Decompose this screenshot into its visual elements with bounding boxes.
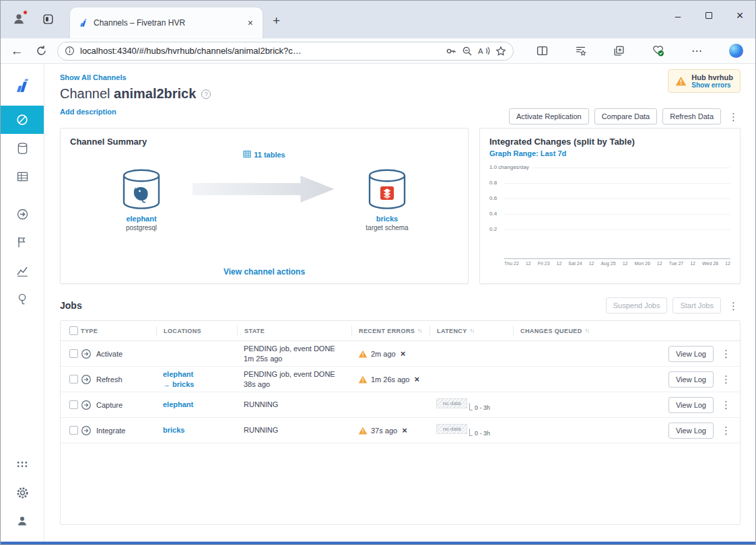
activate-replication-button[interactable]: Activate Replication <box>509 108 589 124</box>
chart-series <box>489 245 730 259</box>
row-kebab-icon[interactable]: ⋮ <box>719 425 733 435</box>
compare-data-button[interactable]: Compare Data <box>594 108 658 124</box>
tab-title: Channels – Fivetran HVR <box>94 18 240 28</box>
more-options-icon[interactable]: ⋯ <box>691 44 702 57</box>
browser-window: Channels – Fivetran HVR × + – × ← localh… <box>0 0 756 545</box>
sidebar-item-statistics[interactable] <box>1 256 44 285</box>
add-description-link[interactable]: Add description <box>60 108 116 116</box>
profile-avatar[interactable] <box>10 10 28 28</box>
favorite-star-icon[interactable] <box>495 46 506 57</box>
refresh-data-button[interactable]: Refresh Data <box>662 108 721 124</box>
sidebar-item-locations[interactable] <box>1 134 44 162</box>
address-bar[interactable]: localhost:4340/#/hubs/hvrhub/channels/an… <box>57 42 514 61</box>
maximize-icon <box>706 12 712 19</box>
browser-essentials-icon[interactable] <box>652 45 664 57</box>
start-jobs-button[interactable]: Start Jobs <box>673 297 721 314</box>
site-info-icon[interactable] <box>65 46 75 56</box>
table-icon <box>15 170 30 184</box>
view-log-button[interactable]: View Log <box>668 397 714 413</box>
copilot-icon[interactable] <box>729 44 743 58</box>
job-locations[interactable]: elephant <box>156 400 237 410</box>
new-tab-button[interactable]: + <box>273 14 280 27</box>
error-time-label: 37s ago <box>371 427 397 435</box>
summary-title: Channel Summary <box>70 137 458 147</box>
show-all-channels-link[interactable]: Show All Channels <box>60 73 127 81</box>
maximize-button[interactable] <box>693 1 724 30</box>
target-name-link[interactable]: bricks <box>376 215 398 223</box>
x-tick-label: 12 <box>657 261 662 266</box>
source-type-label: postgresql <box>126 224 157 231</box>
dismiss-error-icon[interactable]: × <box>414 374 419 384</box>
workspaces-icon[interactable] <box>42 13 54 25</box>
y-tick-label: 0.2 <box>489 226 500 232</box>
minimize-button[interactable]: – <box>662 1 693 30</box>
close-button[interactable]: × <box>724 1 755 30</box>
chart-grid: 1.0 changes/day0.80.60.40.2 <box>489 168 730 245</box>
latency-cell: no data 0 - 3h <box>436 398 490 411</box>
svg-text:A: A <box>478 47 483 55</box>
show-errors-link[interactable]: Show errors <box>691 81 733 89</box>
browser-tab[interactable]: Channels – Fivetran HVR × <box>70 7 263 38</box>
tab-close-icon[interactable]: × <box>245 17 256 28</box>
sort-icon[interactable]: ↑↓ <box>470 328 474 334</box>
warning-icon <box>358 427 368 435</box>
sidebar-item-jobs[interactable] <box>1 200 44 228</box>
latency-no-data: no data <box>436 424 467 434</box>
sidebar-item-events[interactable] <box>1 228 44 256</box>
error-time-label: 1m 26s ago <box>371 375 409 384</box>
view-log-button[interactable]: View Log <box>668 423 714 439</box>
job-locations[interactable]: elephant→ bricks <box>156 369 237 390</box>
view-channel-actions-link[interactable]: View channel actions <box>224 267 305 277</box>
jobs-kebab-icon[interactable]: ⋮ <box>726 301 741 311</box>
back-button[interactable]: ← <box>9 43 25 59</box>
col-locations: LOCATIONS <box>156 326 237 336</box>
dismiss-error-icon[interactable]: × <box>401 349 406 359</box>
hub-errors-button[interactable]: Hub hvrhub Show errors <box>668 69 741 93</box>
row-checkbox[interactable] <box>69 375 78 384</box>
channel-name: animal2brick <box>114 86 196 101</box>
split-screen-icon[interactable] <box>537 45 548 57</box>
password-key-icon[interactable] <box>446 46 456 57</box>
favorites-icon[interactable] <box>575 45 586 57</box>
read-aloud-icon[interactable]: A <box>478 46 490 56</box>
settings-gear-icon[interactable] <box>1 478 44 507</box>
sort-icon[interactable]: ↑↓ <box>417 328 421 334</box>
view-log-button[interactable]: View Log <box>668 371 714 388</box>
help-icon[interactable]: ? <box>201 89 211 99</box>
tables-link[interactable]: 11 tables <box>61 150 468 159</box>
warning-icon <box>358 350 368 358</box>
sidebar-item-agents[interactable] <box>1 285 44 313</box>
header-kebab-icon[interactable]: ⋮ <box>726 112 741 122</box>
dismiss-error-icon[interactable]: × <box>402 425 407 435</box>
source-node[interactable]: elephant postgresql <box>109 168 174 231</box>
job-state: PENDING job, event DONE 38s ago <box>237 367 351 392</box>
graph-range-link[interactable]: Graph Range: Last 7d <box>489 149 566 157</box>
collections-icon[interactable] <box>613 45 625 57</box>
job-type-label: Activate <box>96 350 123 358</box>
target-type-label: target schema <box>366 224 408 231</box>
source-name-link[interactable]: elephant <box>126 215 156 223</box>
suspend-jobs-button[interactable]: Suspend Jobs <box>606 297 668 314</box>
row-checkbox[interactable] <box>69 426 78 435</box>
zoom-out-icon[interactable] <box>462 46 473 57</box>
row-checkbox[interactable] <box>69 400 78 409</box>
jobs-title: Jobs <box>60 300 82 311</box>
job-locations[interactable]: bricks <box>156 425 237 435</box>
row-kebab-icon[interactable]: ⋮ <box>719 349 733 359</box>
reload-button[interactable] <box>33 43 49 59</box>
x-tick-label: Thu 22 <box>504 261 519 266</box>
row-kebab-icon[interactable]: ⋮ <box>719 400 733 410</box>
user-profile-icon[interactable] <box>1 507 44 535</box>
select-all-checkbox[interactable] <box>69 326 78 335</box>
row-checkbox[interactable] <box>69 349 78 358</box>
sort-icon[interactable]: ↑↓ <box>585 328 589 334</box>
page-title: Channel animal2brick <box>60 86 196 102</box>
row-kebab-icon[interactable]: ⋮ <box>719 374 733 384</box>
apps-grid-icon[interactable] <box>1 450 44 478</box>
target-node[interactable]: bricks target schema <box>355 168 419 231</box>
changes-chart: 1.0 changes/day0.80.60.40.2 Thu 2212Fri … <box>489 168 730 266</box>
view-log-button[interactable]: View Log <box>668 346 714 362</box>
arrow-circle-icon <box>15 207 30 221</box>
sidebar-item-tables[interactable] <box>1 162 44 190</box>
sidebar-item-channels[interactable] <box>1 106 44 134</box>
